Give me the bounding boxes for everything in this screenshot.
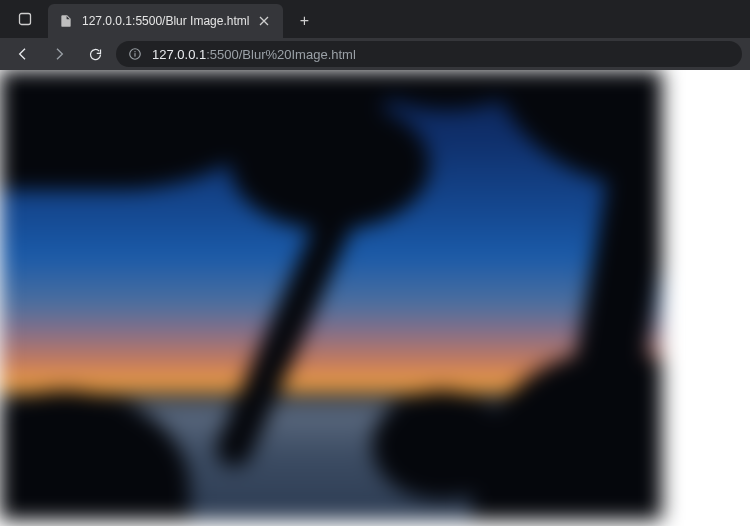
reload-button[interactable] [80, 40, 110, 68]
browser-chrome: 127.0.0.1:5500/Blur Image.html + 127.0.0… [0, 0, 750, 70]
scene-background [0, 70, 662, 520]
url-host: 127.0.0.1 [152, 47, 206, 62]
svg-rect-3 [134, 53, 135, 57]
new-tab-button[interactable]: + [289, 6, 319, 36]
page-viewport [0, 70, 750, 526]
address-bar[interactable]: 127.0.0.1:5500/Blur%20Image.html [116, 41, 742, 67]
site-info-icon[interactable] [126, 45, 144, 63]
forward-button [44, 40, 74, 68]
toolbar: 127.0.0.1:5500/Blur%20Image.html [0, 38, 750, 70]
url-path: :5500/Blur%20Image.html [206, 47, 356, 62]
url-text: 127.0.0.1:5500/Blur%20Image.html [152, 47, 356, 62]
svg-point-2 [134, 51, 135, 52]
tab-title: 127.0.0.1:5500/Blur Image.html [82, 14, 249, 28]
file-icon [58, 13, 74, 29]
blurred-image [0, 70, 662, 520]
svg-rect-0 [20, 14, 31, 25]
tab-actions-button[interactable] [8, 2, 42, 36]
tab-strip: 127.0.0.1:5500/Blur Image.html + [0, 0, 750, 38]
back-button[interactable] [8, 40, 38, 68]
close-tab-button[interactable] [255, 12, 273, 30]
bush-bottom-right [472, 350, 662, 520]
tab-active[interactable]: 127.0.0.1:5500/Blur Image.html [48, 4, 283, 38]
